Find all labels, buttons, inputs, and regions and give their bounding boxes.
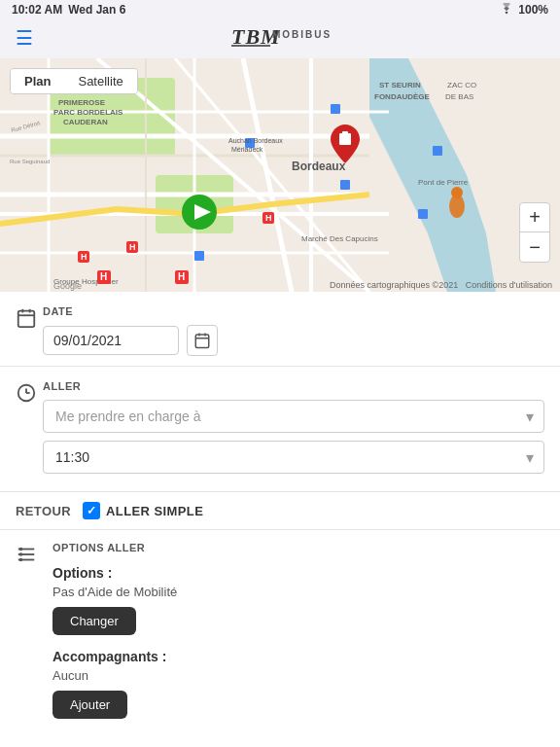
svg-rect-44: [418, 209, 428, 219]
date-input-row: [43, 325, 544, 356]
pickup-placeholder: Me prendre en charge à: [55, 409, 200, 424]
date-input[interactable]: [43, 326, 179, 355]
date: Wed Jan 6: [68, 3, 125, 17]
zoom-in-button[interactable]: +: [520, 203, 549, 232]
svg-text:Pont de Pierre: Pont de Pierre: [418, 178, 469, 187]
svg-text:Marché Des Capucins: Marché Des Capucins: [301, 234, 378, 243]
map-toggle[interactable]: Plan Satellite: [10, 68, 138, 94]
options-value: Pas d'Aide de Mobilité: [52, 585, 544, 599]
time-dropdown-arrow-icon: ▾: [526, 448, 534, 467]
svg-rect-63: [195, 335, 209, 348]
aller-content: ALLER Me prendre en charge à ▾ 11:30 ▾: [43, 380, 544, 481]
svg-text:ST SEURIN: ST SEURIN: [379, 81, 421, 89]
status-left: 10:02 AM Wed Jan 6: [12, 3, 125, 17]
zoom-out-button[interactable]: −: [520, 232, 549, 262]
svg-text:H: H: [178, 271, 185, 282]
svg-point-75: [19, 558, 23, 562]
accompagnants-title: Accompagnants :: [52, 649, 544, 664]
status-bar: 10:02 AM Wed Jan 6 100%: [0, 0, 560, 19]
mobility-options-group: Options : Pas d'Aide de Mobilité Changer: [52, 565, 544, 635]
svg-text:CAUDERAN: CAUDERAN: [63, 118, 108, 126]
satellite-toggle[interactable]: Satellite: [64, 69, 136, 93]
pickup-dropdown[interactable]: Me prendre en charge à ▾: [43, 400, 544, 433]
svg-rect-59: [18, 311, 35, 328]
svg-text:H: H: [129, 242, 136, 252]
svg-text:PARC BORDELAIS: PARC BORDELAIS: [53, 108, 123, 117]
date-label: DATE: [43, 305, 544, 317]
current-location-marker: [180, 193, 215, 228]
map-container: PRIMEROSE PARC BORDELAIS CAUDERAN ST SEU…: [0, 58, 560, 292]
svg-text:H: H: [265, 213, 272, 223]
aller-simple-checkbox[interactable]: ✓ ALLER SIMPLE: [83, 502, 203, 519]
svg-text:H: H: [100, 271, 107, 282]
change-button[interactable]: Changer: [52, 607, 136, 635]
svg-text:Google: Google: [53, 281, 82, 291]
aller-label: ALLER: [43, 380, 544, 392]
svg-text:FONDAUDÈGE: FONDAUDÈGE: [374, 92, 431, 101]
accompagnants-value: Aucun: [52, 668, 544, 683]
svg-rect-56: [342, 131, 348, 134]
dropdown-arrow-icon: ▾: [526, 408, 534, 426]
svg-rect-43: [433, 146, 442, 156]
map-attribution: Données cartographiques ©2021 Conditions…: [330, 280, 552, 290]
svg-text:PRIMEROSE: PRIMEROSE: [58, 98, 106, 107]
svg-text:DE BAS: DE BAS: [445, 92, 473, 101]
options-content: OPTIONS ALLER Options : Pas d'Aide de Mo…: [52, 542, 544, 732]
app-logo: TBM MOBIBUS: [222, 22, 338, 54]
app-header: ☰ TBM MOBIBUS: [0, 19, 560, 58]
svg-text:ZAC CO: ZAC CO: [447, 81, 476, 89]
time: 10:02 AM: [12, 3, 62, 17]
time-dropdown[interactable]: 11:30 ▾: [43, 441, 544, 474]
date-content: DATE: [43, 305, 544, 356]
accompagnants-group: Accompagnants : Aucun Ajouter: [52, 649, 544, 719]
options-section: OPTIONS ALLER Options : Pas d'Aide de Mo…: [0, 530, 560, 747]
checkbox-check-icon: ✓: [83, 502, 100, 519]
svg-point-73: [19, 548, 23, 551]
aller-section: ALLER Me prendre en charge à ▾ 11:30 ▾: [0, 367, 560, 492]
status-right: 100%: [499, 3, 548, 18]
clock-icon: [16, 382, 43, 409]
content-area: DATE ALL: [0, 292, 560, 747]
svg-point-74: [19, 552, 23, 556]
svg-rect-46: [194, 251, 204, 261]
time-value: 11:30: [55, 449, 89, 465]
retour-row: RETOUR ✓ ALLER SIMPLE: [0, 492, 560, 530]
aller-simple-label: ALLER SIMPLE: [106, 504, 203, 518]
date-icon: [16, 307, 43, 334]
svg-rect-55: [339, 133, 351, 145]
add-button[interactable]: Ajouter: [52, 691, 127, 719]
options-aller-label: OPTIONS ALLER: [52, 542, 544, 553]
map-zoom-controls[interactable]: + −: [519, 202, 550, 263]
retour-label: RETOUR: [16, 504, 71, 518]
svg-text:Rue Seguinaud: Rue Seguinaud: [10, 159, 50, 164]
svg-text:Hôpital Pellegrin: Hôpital Pellegrin: [49, 291, 105, 292]
options-title: Options :: [52, 565, 544, 581]
plan-toggle[interactable]: Plan: [11, 69, 64, 93]
svg-point-54: [451, 187, 463, 198]
date-section: DATE: [0, 292, 560, 367]
svg-text:Auchan Bordeaux: Auchan Bordeaux: [228, 137, 283, 144]
options-list-icon: [16, 544, 43, 732]
svg-text:Mériadeck: Mériadeck: [231, 146, 263, 153]
destination-marker: [331, 124, 360, 160]
svg-text:MOBIBUS: MOBIBUS: [272, 29, 332, 40]
menu-button[interactable]: ☰: [16, 28, 33, 48]
svg-rect-45: [340, 180, 350, 190]
wifi-icon: [499, 3, 514, 18]
svg-rect-42: [331, 104, 340, 114]
svg-text:H: H: [81, 252, 88, 262]
battery: 100%: [518, 3, 548, 17]
calendar-icon-button[interactable]: [187, 325, 218, 356]
